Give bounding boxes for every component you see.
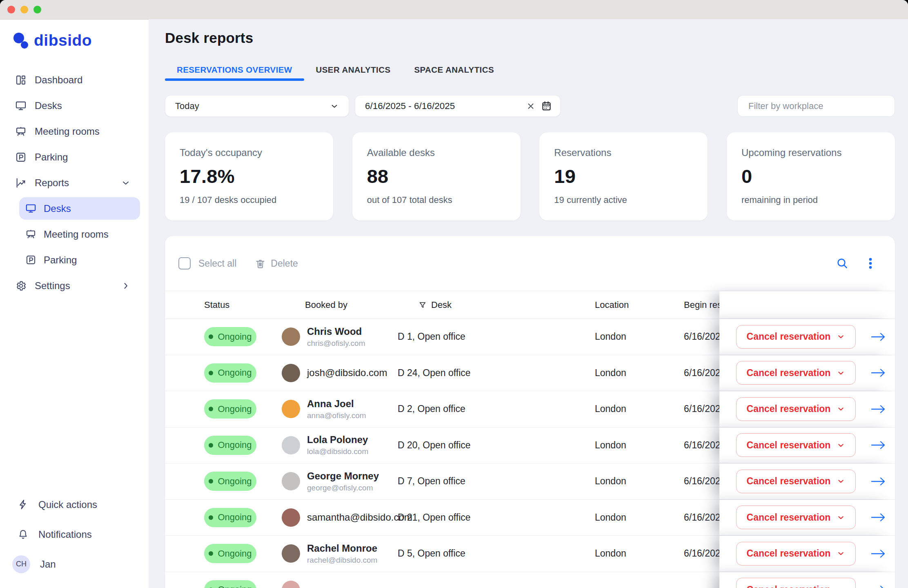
booked-by-cell: Rachel Monroe rachel@dibsido.com xyxy=(307,543,377,565)
booked-by-name: Anna Joel xyxy=(307,398,366,410)
open-reservation-arrow[interactable] xyxy=(870,440,886,450)
sidebar-item-reports[interactable]: Reports xyxy=(0,170,149,196)
status-badge: Ongoing xyxy=(204,436,256,455)
more-options-button[interactable] xyxy=(864,257,877,270)
sidebar-item-parking[interactable]: Parking xyxy=(0,144,149,170)
notifications-button[interactable]: Notifications xyxy=(0,519,149,549)
app-window: dibsido Dashboard Desks Meeting rooms xyxy=(0,0,908,588)
avatar xyxy=(282,544,300,563)
table-row: Ongoing Lola Poloney lola@dibsido.com D … xyxy=(165,428,895,464)
avatar xyxy=(282,581,300,588)
quick-actions-button[interactable]: Quick actions xyxy=(0,490,149,519)
minimize-window-button[interactable] xyxy=(20,6,28,13)
table-header-row: Status Booked by Desk Location Begin res xyxy=(165,291,895,319)
booked-by-name: George Morney xyxy=(307,470,379,482)
location-cell: London xyxy=(595,548,684,559)
period-select-value: Today xyxy=(175,101,199,111)
cancel-reservation-button[interactable]: Cancel reservation xyxy=(736,470,856,493)
row-actions: Cancel reservation xyxy=(719,572,895,588)
arrow-right-icon xyxy=(870,332,886,342)
chevron-down-icon xyxy=(121,178,131,188)
period-select[interactable]: Today xyxy=(165,95,349,117)
delete-button[interactable]: Delete xyxy=(255,258,298,269)
cancel-reservation-button[interactable]: Cancel reservation xyxy=(736,542,856,566)
row-actions: Cancel reservation xyxy=(719,355,895,391)
filter-desk-button[interactable] xyxy=(418,301,427,310)
status-dot-icon xyxy=(209,407,213,411)
open-reservation-arrow[interactable] xyxy=(870,548,886,559)
cancel-reservation-button[interactable]: Cancel reservation xyxy=(736,578,856,588)
open-reservation-arrow[interactable] xyxy=(870,476,886,487)
stat-label: Available desks xyxy=(367,147,506,158)
status-dot-icon xyxy=(209,334,213,339)
chevron-down-icon xyxy=(837,549,845,558)
delete-label: Delete xyxy=(271,258,298,269)
open-reservation-arrow[interactable] xyxy=(870,368,886,378)
cancel-reservation-label: Cancel reservation xyxy=(747,331,831,342)
close-icon xyxy=(526,102,535,111)
stat-card-occupancy: Today's occupancy 17.8% 19 / 107 desks o… xyxy=(165,132,333,220)
zoom-window-button[interactable] xyxy=(33,6,41,13)
meeting-room-icon xyxy=(15,126,27,137)
status-badge: Ongoing xyxy=(204,399,256,419)
table-body: Ongoing Chris Wood chris@ofisly.com D 1,… xyxy=(165,319,895,588)
search-button[interactable] xyxy=(836,257,849,270)
sidebar-item-meeting-rooms[interactable]: Meeting rooms xyxy=(0,118,149,144)
tab-user-analytics[interactable]: USER ANALYTICS xyxy=(304,65,403,81)
location-cell: London xyxy=(595,476,684,487)
desk-icon xyxy=(25,203,36,214)
dibsido-logo: dibsido xyxy=(13,31,149,50)
cancel-reservation-button[interactable]: Cancel reservation xyxy=(736,361,856,385)
status-label: Ongoing xyxy=(218,368,251,378)
user-menu[interactable]: CH Jan xyxy=(0,549,149,579)
sidebar-item-dashboard[interactable]: Dashboard xyxy=(0,67,149,93)
row-actions: Cancel reservation xyxy=(719,536,895,572)
avatar xyxy=(282,364,300,382)
chevron-down-icon xyxy=(330,102,339,111)
meeting-room-icon xyxy=(25,229,36,240)
tab-reservations-overview[interactable]: RESERVATIONS OVERVIEW xyxy=(165,65,304,81)
cancel-reservation-button[interactable]: Cancel reservation xyxy=(736,506,856,529)
status-label: Ongoing xyxy=(218,440,251,450)
status-label: Ongoing xyxy=(218,332,251,342)
sidebar-item-desks[interactable]: Desks xyxy=(0,93,149,118)
open-reservation-arrow[interactable] xyxy=(870,584,886,588)
sidebar-footer: Quick actions Notifications CH Jan xyxy=(0,490,149,579)
column-header-status: Status xyxy=(204,300,282,310)
stat-label: Today's occupancy xyxy=(180,147,318,158)
status-badge: Ongoing xyxy=(204,580,256,588)
cancel-reservation-button[interactable]: Cancel reservation xyxy=(736,325,856,349)
booked-by-cell: samantha@dibsido.com xyxy=(307,512,412,523)
sidebar-subitem-reports-parking[interactable]: Parking xyxy=(19,247,140,273)
cancel-reservation-button[interactable]: Cancel reservation xyxy=(736,433,856,457)
cancel-reservation-button[interactable]: Cancel reservation xyxy=(736,397,856,421)
desk-cell: D 5, Open office xyxy=(398,548,595,559)
status-badge: Ongoing xyxy=(204,327,256,346)
column-header-begin: Begin res xyxy=(684,300,719,310)
open-reservation-arrow[interactable] xyxy=(870,404,886,414)
column-header-booked-by: Booked by xyxy=(282,300,398,310)
calendar-button[interactable] xyxy=(541,100,552,111)
begin-reservation-cell: 6/16/2025 xyxy=(684,403,719,414)
chevron-down-icon xyxy=(837,441,845,450)
table-row: Ongoing Anna Joel anna@ofisly.com D 2, O… xyxy=(165,391,895,428)
sidebar-subitem-reports-desks[interactable]: Desks xyxy=(19,197,140,220)
avatar xyxy=(282,400,300,418)
sidebar-subitem-reports-meeting-rooms[interactable]: Meeting rooms xyxy=(19,221,140,247)
open-reservation-arrow[interactable] xyxy=(870,512,886,523)
workplace-filter-input[interactable] xyxy=(737,95,895,117)
sidebar-item-settings[interactable]: Settings xyxy=(0,273,149,298)
avatar xyxy=(282,472,300,490)
begin-reservation-cell: 6/16/2025 xyxy=(684,440,719,451)
select-all-checkbox[interactable] xyxy=(178,257,191,270)
clear-date-button[interactable] xyxy=(526,102,535,111)
close-window-button[interactable] xyxy=(7,6,15,13)
open-reservation-arrow[interactable] xyxy=(870,332,886,342)
avatar xyxy=(282,436,300,454)
select-all-label[interactable]: Select all xyxy=(198,258,236,269)
tab-space-analytics[interactable]: SPACE ANALYTICS xyxy=(402,65,505,81)
cancel-reservation-label: Cancel reservation xyxy=(747,548,831,559)
date-range-picker[interactable]: 6/16/2025 - 6/16/2025 xyxy=(355,95,561,117)
begin-reservation-cell: 6/16/2025 xyxy=(684,331,719,342)
booked-by-email: lola@dibsido.com xyxy=(307,447,368,456)
